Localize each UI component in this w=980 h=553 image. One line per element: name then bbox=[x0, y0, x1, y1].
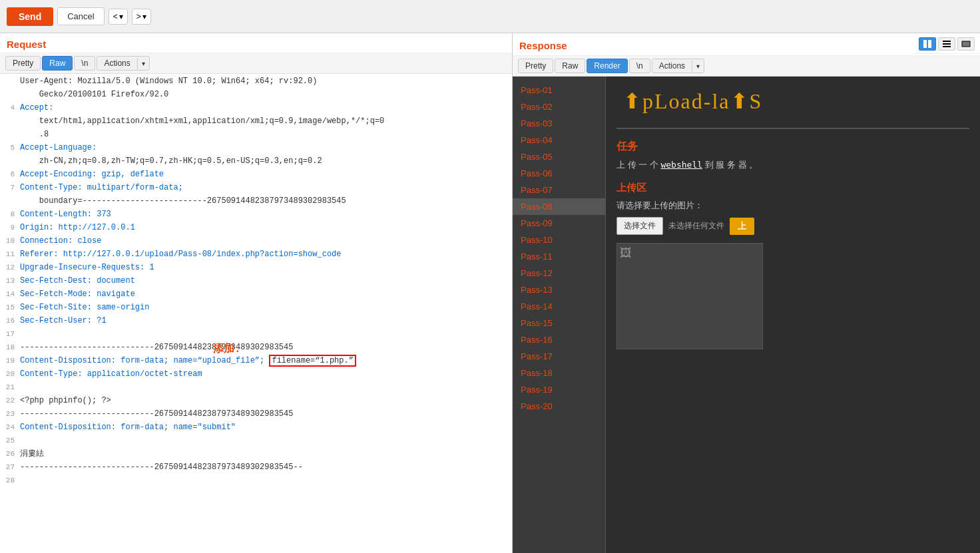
choose-file-button[interactable]: 选择文件 bbox=[616, 217, 663, 235]
line-number bbox=[0, 89, 20, 102]
main-layout: Request Pretty Raw \n Actions ▾ User-Age… bbox=[0, 33, 980, 553]
cancel-button[interactable]: Cancel bbox=[57, 7, 104, 25]
line-number: 12 bbox=[0, 262, 20, 275]
line-content: Content-Disposition: form-data; name=“up… bbox=[20, 355, 356, 368]
list-item[interactable]: Pass-18 bbox=[513, 365, 605, 381]
line-content: Content-Length: 373 bbox=[20, 208, 512, 222]
actions-dropdown-request[interactable]: ▾ bbox=[137, 58, 149, 69]
line-number: 21 bbox=[0, 381, 20, 395]
response-tab-bar: Pretty Raw Render \n Actions ▾ bbox=[513, 56, 980, 77]
nav-fwd-button[interactable]: > ▾ bbox=[132, 9, 151, 25]
list-item[interactable]: Pass-10 bbox=[513, 232, 605, 248]
line-number: 9 bbox=[0, 222, 20, 235]
tab-pretty-request[interactable]: Pretty bbox=[5, 56, 41, 71]
tab-newline-response[interactable]: \n bbox=[629, 59, 650, 73]
actions-label-response: Actions bbox=[652, 59, 692, 73]
tab-newline-request[interactable]: \n bbox=[74, 56, 95, 71]
list-item[interactable]: Pass-13 bbox=[513, 281, 605, 298]
table-row: 20Content-Type: application/octet-stream bbox=[0, 368, 512, 381]
table-row: 4Accept: bbox=[0, 102, 512, 115]
list-item[interactable]: Pass-20 bbox=[513, 398, 605, 415]
tab-actions-response[interactable]: Actions ▾ bbox=[652, 59, 704, 73]
line-number: 4 bbox=[0, 102, 20, 115]
line-content bbox=[20, 435, 512, 448]
line-content: Content-Type: multipart/form-data; bbox=[20, 182, 512, 195]
line-content: Connection: close bbox=[20, 235, 512, 248]
line-content: Content-Type: application/octet-stream bbox=[20, 368, 512, 381]
list-item[interactable]: Pass-11 bbox=[513, 248, 605, 265]
line-content: <?php phpinfo(); ?> bbox=[20, 395, 512, 408]
list-item[interactable]: Pass-04 bbox=[513, 132, 605, 148]
list-item[interactable]: Pass-02 bbox=[513, 98, 605, 115]
line-number: 6 bbox=[0, 168, 20, 182]
list-item[interactable]: Pass-16 bbox=[513, 331, 605, 348]
line-number: 5 bbox=[0, 142, 20, 155]
list-item[interactable]: Pass-15 bbox=[513, 315, 605, 331]
view-columns-btn[interactable] bbox=[919, 37, 936, 51]
tab-raw-response[interactable]: Raw bbox=[555, 59, 585, 73]
view-lines-btn[interactable] bbox=[938, 37, 955, 51]
list-item[interactable]: Pass-06 bbox=[513, 165, 605, 182]
table-row: 27----------------------------2675091448… bbox=[0, 461, 512, 474]
line-number: 7 bbox=[0, 182, 20, 195]
list-item[interactable]: Pass-17 bbox=[513, 348, 605, 365]
list-item[interactable]: Pass-12 bbox=[513, 265, 605, 281]
upload-button[interactable]: 上 bbox=[730, 218, 754, 235]
request-code-area[interactable]: User-Agent: Mozilla/5.0 (Windows NT 10.0… bbox=[0, 74, 512, 506]
line-content: Accept: bbox=[20, 102, 512, 115]
send-button[interactable]: Send bbox=[7, 7, 53, 26]
upload-label: 请选择要上传的图片： bbox=[616, 200, 969, 212]
actions-dropdown-response[interactable]: ▾ bbox=[692, 61, 704, 72]
line-number: 28 bbox=[0, 474, 20, 488]
svg-rect-5 bbox=[962, 41, 970, 47]
upload-section-title: 上传区 bbox=[616, 182, 969, 194]
nav-back-button[interactable]: < ▾ bbox=[109, 9, 128, 25]
highlighted-filename: filename=“1.php.” bbox=[269, 355, 356, 367]
image-placeholder-icon: 🖼 bbox=[620, 246, 632, 260]
table-row: 17 bbox=[0, 328, 512, 341]
table-row: 13Sec-Fetch-Dest: document bbox=[0, 275, 512, 288]
tab-pretty-response[interactable]: Pretty bbox=[518, 59, 553, 73]
line-number: 13 bbox=[0, 275, 20, 288]
toolbar: Send Cancel < ▾ > ▾ bbox=[0, 0, 980, 33]
response-content: ⬆pLoad-la⬆S 任务 上 传 一 个 webshell 到 服 务 器 … bbox=[606, 77, 980, 553]
line-number: 19 bbox=[0, 355, 20, 368]
line-content: Sec-Fetch-Dest: document bbox=[20, 275, 512, 288]
list-item[interactable]: Pass-08 bbox=[513, 198, 605, 215]
site-title: ⬆pLoad-la⬆S bbox=[616, 83, 969, 129]
svg-rect-2 bbox=[943, 41, 951, 42]
svg-rect-4 bbox=[943, 46, 951, 47]
table-row: 9Origin: http://127.0.0.1 bbox=[0, 222, 512, 235]
line-content: Content-Disposition: form-data; name="su… bbox=[20, 421, 512, 435]
table-row: .8 bbox=[0, 128, 512, 142]
file-input-row: 选择文件 未选择任何文件 上 bbox=[616, 217, 969, 235]
line-number: 14 bbox=[0, 288, 20, 301]
list-item[interactable]: Pass-01 bbox=[513, 82, 605, 98]
list-item[interactable]: Pass-09 bbox=[513, 215, 605, 232]
view-compact-btn[interactable] bbox=[957, 37, 975, 51]
line-content: ----------------------------267509144823… bbox=[20, 408, 512, 421]
svg-rect-0 bbox=[923, 40, 927, 48]
line-number: 27 bbox=[0, 461, 20, 474]
tab-actions-request[interactable]: Actions ▾ bbox=[97, 56, 149, 71]
line-number: 23 bbox=[0, 408, 20, 421]
list-item[interactable]: Pass-07 bbox=[513, 182, 605, 198]
tab-raw-request[interactable]: Raw bbox=[42, 56, 73, 71]
list-item[interactable]: Pass-19 bbox=[513, 381, 605, 398]
line-content: zh-CN,zh;q=0.8,zh-TW;q=0.7,zh-HK;q=0.5,e… bbox=[20, 155, 512, 168]
no-file-label: 未选择任何文件 bbox=[668, 220, 724, 232]
list-item[interactable]: Pass-14 bbox=[513, 298, 605, 315]
table-row: Gecko/20100101 Firefox/92.0 bbox=[0, 89, 512, 102]
response-sidebar: Pass-01Pass-02Pass-03Pass-04Pass-05Pass-… bbox=[513, 77, 606, 553]
line-content bbox=[20, 474, 512, 488]
tab-render-response[interactable]: Render bbox=[587, 59, 627, 73]
list-item[interactable]: Pass-05 bbox=[513, 148, 605, 165]
line-content: Referer: http://127.0.0.1/upload/Pass-08… bbox=[20, 248, 512, 262]
nav-back-label: < bbox=[113, 12, 118, 21]
table-row: 15Sec-Fetch-Site: same-origin bbox=[0, 301, 512, 315]
table-row: 10Connection: close bbox=[0, 235, 512, 248]
list-item[interactable]: Pass-03 bbox=[513, 115, 605, 132]
line-number: 16 bbox=[0, 315, 20, 328]
task-webshell-code: webshell bbox=[660, 160, 702, 170]
line-number: 22 bbox=[0, 395, 20, 408]
